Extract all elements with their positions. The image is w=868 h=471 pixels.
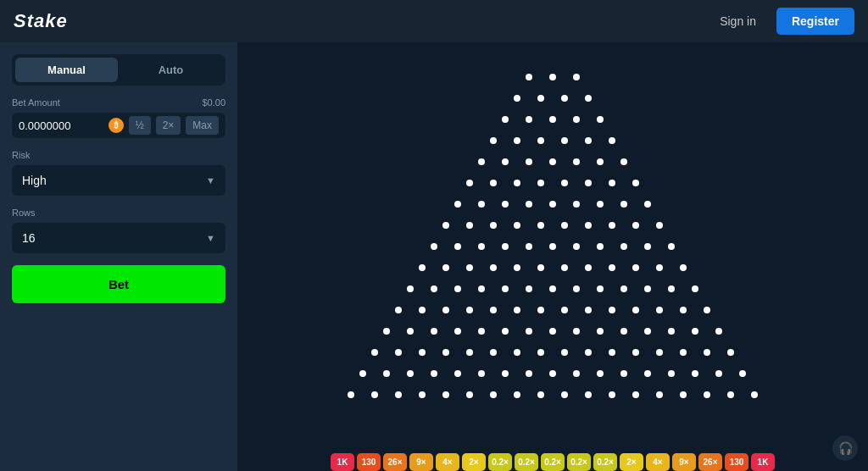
svg-point-99 — [656, 307, 663, 313]
svg-point-3 — [514, 95, 520, 102]
svg-point-159 — [561, 391, 568, 398]
svg-point-134 — [383, 370, 390, 377]
svg-point-122 — [490, 349, 497, 356]
svg-point-4 — [537, 95, 544, 102]
svg-point-132 — [727, 349, 734, 356]
svg-point-22 — [573, 158, 580, 165]
multiplier-badge: 1K — [331, 453, 354, 471]
svg-point-70 — [585, 264, 592, 271]
max-button[interactable]: Max — [186, 116, 219, 135]
svg-point-155 — [466, 391, 473, 398]
svg-point-161 — [609, 391, 615, 398]
tab-auto[interactable]: Auto — [120, 58, 222, 82]
multiplier-badge: 2× — [462, 453, 486, 471]
svg-point-37 — [549, 201, 556, 208]
main-layout: Manual Auto Bet Amount $0.00 ₿ ½ 2× Max … — [0, 42, 868, 471]
svg-point-60 — [620, 243, 627, 250]
multiplier-badge: 0.2× — [515, 453, 538, 471]
multiplier-badge: 0.2× — [593, 453, 617, 471]
bet-amount-section: Bet Amount $0.00 ₿ ½ 2× Max — [12, 97, 225, 138]
bet-button[interactable]: Bet — [12, 265, 225, 303]
svg-point-135 — [407, 370, 414, 377]
risk-select-wrapper: Low Medium High ▼ — [12, 165, 225, 196]
svg-point-5 — [561, 95, 568, 102]
svg-point-65 — [466, 264, 473, 271]
svg-point-147 — [692, 370, 698, 377]
register-button[interactable]: Register — [776, 8, 854, 35]
svg-point-125 — [561, 349, 568, 356]
svg-point-41 — [644, 201, 651, 208]
multiplier-badge: 4× — [646, 453, 670, 471]
game-area: 1K13026×9×4×2×0.2×0.2×0.2×0.2×0.2×2×4×9×… — [237, 42, 868, 471]
svg-point-103 — [407, 328, 414, 335]
svg-point-102 — [383, 328, 390, 335]
svg-point-45 — [514, 222, 520, 229]
svg-point-151 — [371, 391, 378, 398]
svg-point-34 — [478, 201, 485, 208]
sign-in-button[interactable]: Sign in — [708, 9, 768, 33]
svg-point-12 — [490, 137, 497, 144]
svg-point-120 — [442, 349, 449, 356]
svg-point-118 — [395, 349, 402, 356]
rows-select-wrapper: 8910 111213 141516 ▼ — [12, 223, 225, 253]
svg-point-158 — [537, 391, 544, 398]
svg-point-71 — [609, 264, 615, 271]
multiplier-badge: 0.2× — [488, 453, 512, 471]
svg-point-33 — [454, 201, 461, 208]
svg-point-1 — [549, 74, 556, 80]
svg-point-144 — [620, 370, 627, 377]
risk-select[interactable]: Low Medium High — [12, 165, 225, 196]
svg-point-165 — [704, 391, 710, 398]
svg-point-127 — [609, 349, 615, 356]
svg-point-24 — [620, 158, 627, 165]
svg-point-107 — [502, 328, 509, 335]
svg-point-167 — [751, 391, 758, 398]
svg-point-156 — [490, 391, 497, 398]
svg-point-23 — [597, 158, 604, 165]
svg-point-53 — [454, 243, 461, 250]
svg-point-114 — [668, 328, 675, 335]
plinko-board — [290, 62, 815, 452]
svg-point-58 — [573, 243, 580, 250]
svg-point-110 — [573, 328, 580, 335]
svg-point-72 — [632, 264, 639, 271]
multiplier-badge: 26× — [383, 453, 407, 471]
svg-point-32 — [632, 180, 639, 186]
svg-point-49 — [609, 222, 615, 229]
header-actions: Sign in Register — [708, 8, 854, 35]
svg-point-25 — [466, 180, 473, 186]
double-button[interactable]: 2× — [156, 116, 181, 135]
risk-section: Risk Low Medium High ▼ — [12, 150, 225, 196]
svg-point-2 — [573, 74, 580, 80]
svg-point-88 — [395, 307, 402, 313]
multiplier-badge: 9× — [409, 453, 433, 471]
svg-point-162 — [632, 391, 639, 398]
rows-select[interactable]: 8910 111213 141516 — [12, 223, 225, 253]
svg-point-30 — [585, 180, 592, 186]
svg-point-105 — [454, 328, 461, 335]
svg-point-57 — [549, 243, 556, 250]
svg-point-18 — [478, 158, 485, 165]
svg-point-143 — [597, 370, 604, 377]
svg-point-160 — [585, 391, 592, 398]
tab-manual[interactable]: Manual — [15, 58, 118, 82]
svg-point-86 — [668, 285, 675, 292]
svg-point-75 — [407, 285, 414, 292]
svg-point-163 — [656, 391, 663, 398]
logo: Stake — [14, 10, 68, 32]
svg-point-137 — [454, 370, 461, 377]
svg-point-119 — [419, 349, 426, 356]
support-button[interactable]: 🎧 — [832, 435, 858, 461]
svg-point-42 — [442, 222, 449, 229]
svg-point-47 — [561, 222, 568, 229]
svg-point-136 — [431, 370, 437, 377]
svg-point-6 — [585, 95, 592, 102]
svg-point-68 — [537, 264, 544, 271]
svg-point-78 — [478, 285, 485, 292]
half-button[interactable]: ½ — [129, 116, 151, 135]
bet-amount-input[interactable] — [19, 119, 103, 132]
svg-point-59 — [597, 243, 604, 250]
svg-point-66 — [490, 264, 497, 271]
svg-point-145 — [644, 370, 651, 377]
svg-point-17 — [609, 137, 615, 144]
